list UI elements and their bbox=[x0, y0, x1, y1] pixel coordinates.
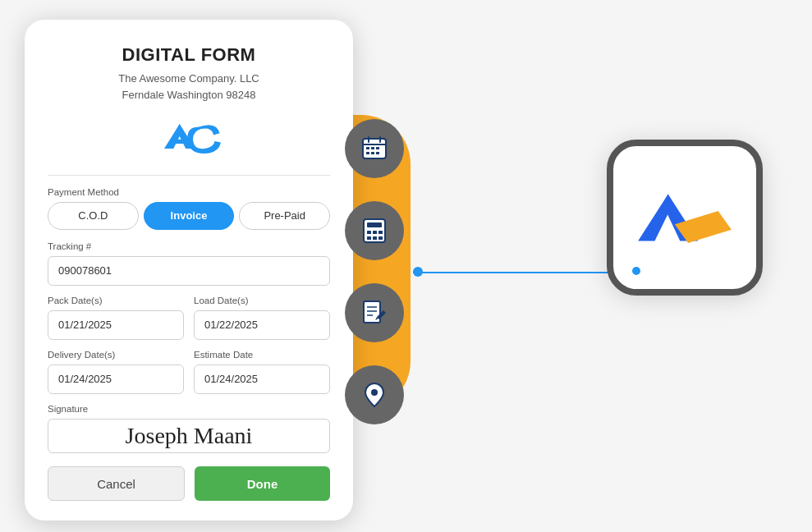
svg-point-22 bbox=[371, 389, 378, 396]
location-pin-icon bbox=[360, 381, 388, 409]
pack-date-col: Pack Date(s) bbox=[48, 296, 184, 340]
svg-rect-15 bbox=[367, 236, 371, 240]
tracking-group: Tracking # bbox=[48, 241, 330, 286]
payment-cod-button[interactable]: C.O.D bbox=[48, 202, 139, 230]
connector-dot-right bbox=[632, 267, 640, 275]
tracking-label: Tracking # bbox=[48, 241, 330, 251]
app-icon-box bbox=[607, 140, 763, 296]
connector-dot-left bbox=[413, 267, 423, 277]
form-card: DIGITAL FORM The Awesome Company. LLCFer… bbox=[25, 20, 353, 521]
svg-rect-9 bbox=[376, 152, 379, 154]
location-icon-circle bbox=[345, 365, 404, 424]
svg-rect-13 bbox=[373, 231, 377, 234]
done-button[interactable]: Done bbox=[195, 466, 330, 501]
calculator-icon bbox=[360, 217, 388, 245]
delivery-date-input[interactable] bbox=[48, 365, 184, 394]
company-logo bbox=[152, 116, 226, 160]
delivery-estimate-row: Delivery Date(s) Estimate Date bbox=[48, 350, 330, 394]
svg-rect-7 bbox=[366, 152, 369, 154]
calendar-icon-circle bbox=[345, 119, 404, 178]
pack-date-label: Pack Date(s) bbox=[48, 296, 102, 305]
signature-value: Joseph Maani bbox=[126, 423, 253, 449]
estimate-date-input[interactable] bbox=[194, 365, 330, 394]
svg-rect-14 bbox=[378, 231, 383, 234]
connector-line bbox=[413, 272, 635, 273]
load-date-input[interactable] bbox=[194, 310, 330, 340]
scene: DIGITAL FORM The Awesome Company. LLCFer… bbox=[0, 0, 812, 532]
calculator-icon-circle bbox=[345, 201, 404, 260]
svg-rect-16 bbox=[373, 236, 377, 240]
estimate-date-label: Estimate Date bbox=[194, 350, 253, 360]
svg-rect-11 bbox=[367, 222, 382, 227]
load-date-label: Load Date(s) bbox=[194, 296, 248, 305]
svg-rect-18 bbox=[364, 301, 380, 323]
document-edit-icon bbox=[360, 299, 388, 327]
payment-prepaid-button[interactable]: Pre-Paid bbox=[239, 202, 330, 230]
payment-invoice-button[interactable]: Invoice bbox=[144, 202, 235, 230]
payment-methods: C.O.D Invoice Pre-Paid bbox=[48, 202, 330, 230]
svg-rect-6 bbox=[376, 147, 379, 149]
pack-date-input[interactable] bbox=[48, 310, 184, 340]
svg-rect-8 bbox=[371, 152, 374, 154]
calendar-icon bbox=[360, 135, 388, 163]
app-logo bbox=[631, 181, 738, 255]
document-edit-icon-circle bbox=[345, 283, 404, 342]
signature-label: Signature bbox=[48, 404, 330, 414]
tracking-input[interactable] bbox=[48, 256, 330, 286]
svg-rect-4 bbox=[366, 147, 369, 149]
company-name: The Awesome Company. LLCFerndale Washing… bbox=[118, 71, 259, 103]
load-date-col: Load Date(s) bbox=[194, 296, 330, 340]
action-buttons: Cancel Done bbox=[48, 466, 330, 501]
svg-rect-17 bbox=[378, 236, 383, 240]
form-title: DIGITAL FORM bbox=[122, 44, 256, 66]
estimate-date-col: Estimate Date bbox=[194, 350, 330, 394]
payment-method-label: Payment Method bbox=[48, 187, 330, 197]
cancel-button[interactable]: Cancel bbox=[48, 466, 185, 501]
divider bbox=[48, 175, 330, 176]
signature-area[interactable]: Joseph Maani bbox=[48, 419, 330, 453]
delivery-date-col: Delivery Date(s) bbox=[48, 350, 184, 394]
delivery-date-label: Delivery Date(s) bbox=[48, 350, 115, 360]
pack-load-row: Pack Date(s) Load Date(s) bbox=[48, 296, 330, 340]
svg-rect-5 bbox=[371, 147, 374, 149]
svg-rect-12 bbox=[367, 231, 371, 234]
